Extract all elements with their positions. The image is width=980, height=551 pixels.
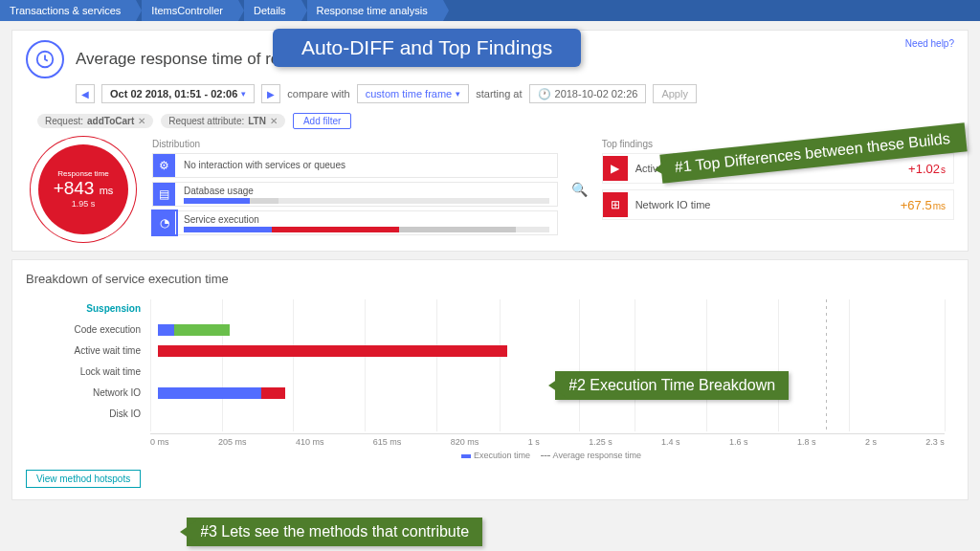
time-next-button[interactable]: ▶ <box>261 84 280 103</box>
axis-network-io[interactable]: Network IO <box>26 384 141 401</box>
breakdown-chart: Suspension Code execution Active wait ti… <box>150 299 945 431</box>
view-method-hotspots-button[interactable]: View method hotspots <box>26 470 141 488</box>
distribution-heading: Distribution <box>152 139 558 149</box>
filter-chip-attr[interactable]: Request attribute: LTN ✕ <box>161 114 285 128</box>
response-delta: +843 ms <box>54 178 114 199</box>
filter-chip-request[interactable]: Request: addToCart ✕ <box>37 114 153 128</box>
dist-bar-service <box>184 227 549 232</box>
axis-active-wait[interactable]: Active wait time <box>26 342 141 359</box>
starting-at-input[interactable]: 🕐2018-10-02 02:26 <box>529 84 647 103</box>
axis-disk-io[interactable]: Disk IO <box>26 405 141 422</box>
starting-at-label: starting at <box>476 88 522 99</box>
finding-value: +1.02s <box>908 162 953 176</box>
network-icon: ⊞ <box>603 192 628 217</box>
x-axis: 0 ms205 ms410 ms615 ms820 ms1 s1.25 s1.4… <box>150 433 945 460</box>
dist-row-none[interactable]: ⚙ No interaction with services or queues <box>152 153 558 178</box>
magnify-icon[interactable]: 🔍 <box>569 179 590 200</box>
dist-label: Database usage <box>184 186 549 196</box>
crumb-details[interactable]: Details <box>244 0 301 21</box>
apply-button[interactable]: Apply <box>653 84 697 103</box>
dist-label: No interaction with services or queues <box>184 160 549 170</box>
dist-bar-db <box>184 198 549 204</box>
chart-legend: Execution time Average response time <box>150 451 945 460</box>
dist-label: Service execution <box>184 214 549 225</box>
crumb-response-time[interactable]: Response time analysis <box>307 0 443 21</box>
breadcrumb: Transactions & services ItemsController … <box>0 0 980 21</box>
callout-2: #2 Execution Time Breakdown <box>555 371 789 400</box>
crumb-transactions[interactable]: Transactions & services <box>0 0 136 21</box>
filter-chips: Request: addToCart ✕ Request attribute: … <box>37 113 954 129</box>
finding-value: +67.5ms <box>901 198 953 212</box>
gear-icon: ⚙ <box>153 154 176 177</box>
callout-3: #3 Lets see the methods that contribute <box>187 518 482 546</box>
clock-icon <box>26 40 64 78</box>
response-time-gauge[interactable]: Response time +843 ms 1.95 s <box>38 144 128 234</box>
add-filter-button[interactable]: Add filter <box>293 113 351 129</box>
finding-network-io[interactable]: ⊞ Network IO time +67.5ms <box>602 189 954 220</box>
compare-mode-select[interactable]: custom time frame▾ <box>357 84 469 103</box>
axis-suspension[interactable]: Suspension <box>26 299 141 317</box>
database-icon: ▤ <box>153 183 176 206</box>
compare-label: compare with <box>287 88 349 99</box>
breakdown-panel: Breakdown of service execution time Susp… <box>11 259 969 500</box>
axis-code-exec[interactable]: Code execution <box>26 320 141 338</box>
clock-small-icon: 🕐 <box>538 88 551 100</box>
chip-remove-icon[interactable]: ✕ <box>138 116 145 126</box>
finding-label: Network IO time <box>635 199 893 210</box>
time-prev-button[interactable]: ◀ <box>76 84 95 103</box>
play-icon: ▶ <box>603 156 628 181</box>
crumb-itemscontroller[interactable]: ItemsController <box>142 0 238 21</box>
dist-row-service[interactable]: ◔ Service execution <box>152 210 558 235</box>
response-label: Response time <box>57 169 108 178</box>
chip-remove-icon[interactable]: ✕ <box>270 116 278 126</box>
callout-banner: Auto-DIFF and Top Findings <box>273 29 581 67</box>
axis-lock-wait[interactable]: Lock wait time <box>26 363 141 380</box>
time-toolbar: ◀ Oct 02 2018, 01:51 - 02:06▾ ▶ compare … <box>76 84 954 103</box>
breakdown-title: Breakdown of service execution time <box>26 272 954 286</box>
dist-row-db[interactable]: ▤ Database usage <box>152 182 558 207</box>
time-range-picker[interactable]: Oct 02 2018, 01:51 - 02:06▾ <box>101 84 255 103</box>
response-total: 1.95 s <box>72 199 96 209</box>
help-link[interactable]: Need help? <box>905 38 954 49</box>
stopwatch-icon: ◔ <box>153 211 176 234</box>
